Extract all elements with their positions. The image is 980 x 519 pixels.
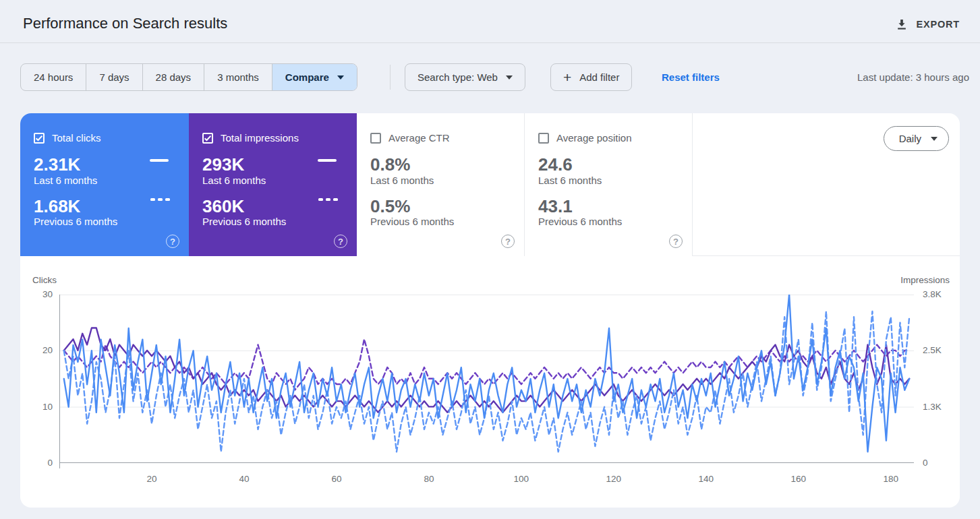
performance-chart: [59, 295, 915, 470]
metric-previous-value: 0.5%: [370, 197, 511, 216]
metric-current-caption: Last 6 months: [370, 175, 511, 186]
help-icon[interactable]: ?: [334, 235, 347, 248]
metric-cards-row: Total clicks 2.31K Last 6 months 1.68K P…: [20, 113, 960, 256]
y-tick-left: 10: [20, 402, 53, 412]
solid-line-indicator-icon: [150, 159, 169, 162]
export-button[interactable]: EXPORT: [888, 13, 967, 35]
dashed-line-indicator-icon: [150, 198, 170, 201]
granularity-label: Daily: [899, 133, 921, 144]
metric-label: Total impressions: [221, 132, 299, 144]
tab-7-days[interactable]: 7 days: [86, 64, 142, 90]
y-tick-right: 3.8K: [923, 289, 942, 299]
tab-3-months[interactable]: 3 months: [204, 64, 272, 90]
metric-card-average-position[interactable]: Average position 24.6 Last 6 months 43.1…: [525, 113, 693, 256]
y-tick-right: 2.5K: [923, 345, 942, 355]
metric-card-total-clicks[interactable]: Total clicks 2.31K Last 6 months 1.68K P…: [20, 113, 189, 256]
metric-current-caption: Last 6 months: [538, 175, 679, 186]
metric-current-value: 24.6: [538, 155, 679, 175]
tab-24-hours[interactable]: 24 hours: [21, 64, 86, 90]
x-tick-label: 60: [322, 474, 351, 484]
x-tick-label: 120: [599, 474, 629, 484]
help-icon[interactable]: ?: [166, 235, 179, 248]
add-filter-button[interactable]: + Add filter: [550, 63, 632, 91]
dashed-line-indicator-icon: [318, 198, 338, 201]
y-tick-left: 0: [20, 458, 53, 468]
left-axis-title: Clicks: [32, 275, 57, 285]
plus-icon: +: [563, 70, 571, 84]
help-icon[interactable]: ?: [501, 235, 515, 248]
checkbox-unchecked-icon[interactable]: [538, 133, 549, 144]
search-type-label: Search type: Web: [417, 71, 498, 83]
metric-previous-caption: Previous 6 months: [202, 216, 343, 227]
metric-card-total-impressions[interactable]: Total impressions 293K Last 6 months 360…: [189, 113, 357, 256]
download-icon: [895, 18, 909, 31]
add-filter-label: Add filter: [579, 71, 619, 83]
x-tick-label: 160: [784, 474, 813, 484]
metric-previous-caption: Previous 6 months: [34, 216, 175, 227]
metric-label: Average CTR: [388, 132, 450, 144]
checkbox-unchecked-icon[interactable]: [370, 133, 381, 144]
x-tick-label: 180: [876, 474, 906, 484]
x-tick-label: 40: [229, 474, 259, 484]
y-tick-left: 20: [20, 345, 53, 355]
header-divider: [0, 42, 980, 43]
page-title: Performance on Search results: [23, 15, 227, 32]
metric-current-value: 0.8%: [370, 155, 511, 175]
chevron-down-icon: [337, 75, 344, 80]
checkbox-checked-icon[interactable]: [202, 133, 213, 144]
metric-current-value: 2.31K: [34, 155, 175, 175]
chart-canvas: [59, 295, 915, 470]
metric-label: Total clicks: [52, 132, 101, 144]
metric-current-caption: Last 6 months: [202, 175, 343, 186]
metric-previous-caption: Previous 6 months: [538, 216, 679, 227]
metric-current-value: 293K: [202, 155, 343, 175]
x-tick-label: 100: [507, 474, 536, 484]
y-tick-right: 0: [923, 458, 928, 468]
metric-previous-value: 43.1: [538, 197, 679, 216]
granularity-dropdown[interactable]: Daily: [884, 126, 949, 151]
chevron-down-icon: [931, 137, 938, 141]
search-type-dropdown[interactable]: Search type: Web: [405, 63, 525, 91]
metric-card-average-ctr[interactable]: Average CTR 0.8% Last 6 months 0.5% Prev…: [357, 113, 525, 256]
last-update-text: Last update: 3 hours ago: [857, 71, 969, 83]
reset-filters-link[interactable]: Reset filters: [662, 71, 720, 83]
x-tick-label: 20: [137, 474, 167, 484]
compare-label: Compare: [285, 71, 329, 83]
date-range-chip-group: 24 hours 7 days 28 days 3 months Compare: [20, 63, 357, 91]
checkbox-checked-icon[interactable]: [34, 133, 45, 144]
chevron-down-icon: [506, 75, 513, 80]
filter-bar-divider: [390, 65, 391, 90]
tab-compare[interactable]: Compare: [272, 64, 357, 90]
export-label: EXPORT: [917, 19, 960, 30]
metric-previous-caption: Previous 6 months: [370, 216, 511, 227]
metric-current-caption: Last 6 months: [34, 175, 175, 186]
y-tick-left: 30: [20, 289, 53, 299]
x-tick-label: 140: [691, 474, 721, 484]
metric-label: Average position: [556, 132, 631, 144]
tab-28-days[interactable]: 28 days: [143, 64, 205, 90]
help-icon[interactable]: ?: [669, 235, 683, 248]
x-tick-label: 80: [414, 474, 444, 484]
solid-line-indicator-icon: [318, 159, 337, 162]
right-axis-title: Impressions: [848, 275, 950, 285]
y-tick-right: 1.3K: [923, 402, 942, 412]
